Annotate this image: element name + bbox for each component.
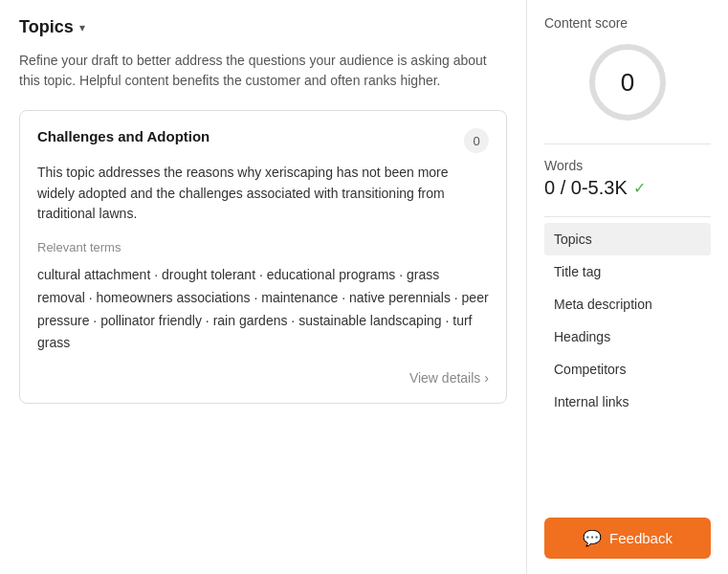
- nav-list: TopicsTitle tagMeta descriptionHeadingsC…: [544, 223, 711, 418]
- view-details-link[interactable]: View details ›: [37, 370, 489, 386]
- right-panel: Content score 0 Words 0 / 0-5.3K ✓ Topic…: [527, 0, 728, 574]
- divider-1: [544, 144, 711, 144]
- view-details-arrow-icon: ›: [484, 370, 489, 386]
- feedback-button[interactable]: 💬 Feedback: [544, 518, 711, 559]
- card-body: This topic addresses the reasons why xer…: [37, 163, 489, 225]
- card-score-badge: 0: [464, 128, 489, 153]
- check-icon: ✓: [633, 179, 646, 197]
- nav-item-headings[interactable]: Headings: [544, 320, 711, 353]
- card-title: Challenges and Adoption: [37, 128, 210, 144]
- nav-item-internal-links[interactable]: Internal links: [544, 386, 711, 418]
- topics-header[interactable]: Topics ▾: [19, 17, 507, 37]
- words-label: Words: [544, 158, 711, 173]
- score-circle: 0: [589, 44, 666, 121]
- divider-2: [544, 216, 711, 217]
- view-details-label: View details: [409, 370, 480, 386]
- chevron-down-icon: ▾: [79, 21, 85, 34]
- feedback-icon: 💬: [583, 529, 602, 547]
- left-panel: Topics ▾ Refine your draft to better add…: [0, 0, 527, 574]
- score-circle-wrapper: 0: [544, 44, 711, 121]
- card-header: Challenges and Adoption 0: [37, 128, 489, 153]
- nav-item-topics[interactable]: Topics: [544, 223, 711, 255]
- nav-item-competitors[interactable]: Competitors: [544, 353, 711, 386]
- content-score-label: Content score: [544, 15, 711, 31]
- nav-item-title-tag[interactable]: Title tag: [544, 255, 711, 288]
- relevant-terms-label: Relevant terms: [37, 240, 489, 254]
- topics-description: Refine your draft to better address the …: [19, 51, 507, 91]
- feedback-label: Feedback: [609, 530, 673, 546]
- topics-heading: Topics: [19, 17, 74, 37]
- words-value-row: 0 / 0-5.3K ✓: [544, 177, 711, 199]
- words-count: 0 / 0-5.3K: [544, 177, 628, 199]
- nav-item-meta-description[interactable]: Meta description: [544, 288, 711, 320]
- challenge-card: Challenges and Adoption 0 This topic add…: [19, 110, 507, 404]
- terms-list: cultural attachment · drought tolerant ·…: [37, 264, 489, 355]
